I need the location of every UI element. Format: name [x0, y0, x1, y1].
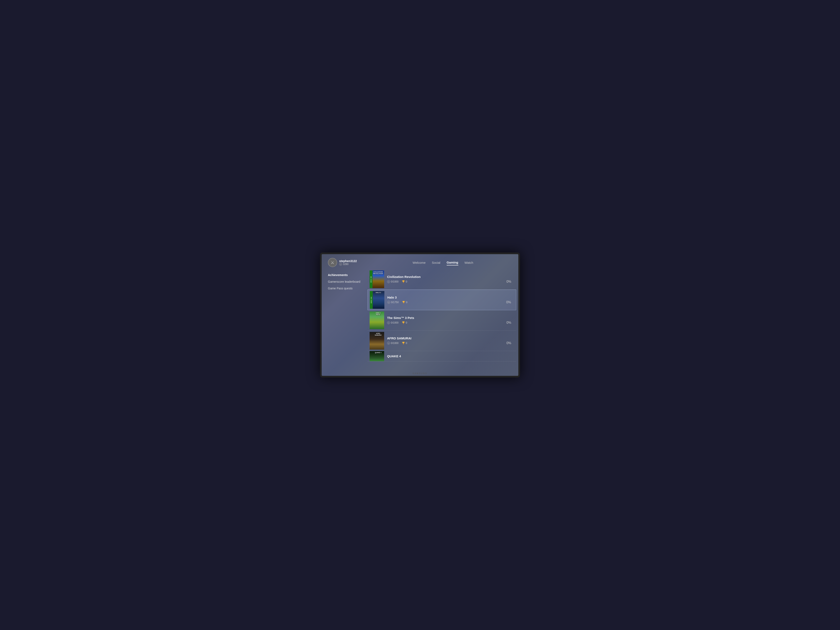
game-entry-civ[interactable]: XBOX 360 CIVILIZATIONREVOLUTION Civiliza… [368, 269, 516, 290]
game-details-civ: Civilization Revolution G 0/1000 🏆 0 [384, 273, 514, 285]
game-stats-sims3: G 0/1000 🏆 0 0% [387, 321, 511, 325]
main-layout: Achievements Gamerscore leaderboard Game… [322, 269, 518, 376]
game-percent-halo3: 0% [506, 300, 511, 304]
achievements-value-civ: 0 [406, 280, 407, 283]
cover-title-afro: AFROSAMURAI [373, 333, 384, 336]
g-icon-afro: G [387, 342, 390, 344]
game-percent-afro: 0% [507, 341, 511, 345]
username: stephen3122 [339, 259, 357, 263]
tv-frame: ⚔ stephen3122 G 3280 Welcome Social Gami… [320, 253, 520, 377]
game-percent-civ: 0% [507, 280, 511, 284]
gamerscore-row: G 3280 [339, 263, 357, 265]
stat-achievements-civ: 🏆 0 [402, 280, 407, 283]
gamerscore-value: 3280 [343, 263, 349, 265]
game-stats-halo3: G 0/1750 🏆 0 0% [387, 300, 511, 304]
score-value-afro: 0/1000 [391, 342, 398, 344]
game-title-halo3: Halo 3 [387, 295, 511, 299]
game-cover-sims3: SIMS 3PETS [369, 311, 384, 329]
sidebar-item-achievements[interactable]: Achievements [328, 273, 363, 277]
score-value-sims3: 0/1000 [391, 321, 398, 324]
tab-welcome[interactable]: Welcome [413, 260, 426, 265]
score-value-halo3: 0/1750 [391, 301, 399, 304]
game-title-afro: AFRO SAMURAI [387, 336, 511, 340]
cover-art-civ: XBOX 360 CIVILIZATIONREVOLUTION [369, 270, 384, 288]
cover-title-halo3: HALO 3 [373, 292, 384, 294]
xbox360-label: XBOX 360 [369, 270, 373, 288]
stat-score-civ: G 0/1000 [387, 280, 398, 283]
achievements-value-halo3: 0 [406, 301, 407, 304]
game-cover-quake4: QUAKE 4 [369, 351, 384, 362]
g-icon-halo3: G [387, 301, 390, 304]
screen: ⚔ stephen3122 G 3280 Welcome Social Gami… [322, 254, 518, 376]
avatar: ⚔ [328, 258, 337, 267]
xbox360-label-halo: XBOX 360 [370, 291, 373, 309]
game-cover-civ: XBOX 360 CIVILIZATIONREVOLUTION [369, 270, 384, 288]
tab-watch[interactable]: Watch [464, 260, 473, 265]
stat-achievements-halo3: 🏆 0 [402, 301, 407, 304]
score-value-civ: 0/1000 [391, 280, 398, 283]
avatar-icon: ⚔ [331, 260, 335, 265]
stat-score-sims3: G 0/1000 [387, 321, 398, 324]
sidebar-item-leaderboard[interactable]: Gamerscore leaderboard [328, 280, 363, 283]
game-stats-civ: G 0/1000 🏆 0 0% [387, 280, 511, 284]
xbox360-text-halo: XBOX 360 [371, 297, 372, 303]
game-title-quake4: QUAKE 4 [387, 354, 511, 358]
xbox360-text: XBOX 360 [370, 276, 372, 283]
game-stats-afro: G 0/1000 🏆 0 0% [387, 341, 511, 345]
g-icon: G [339, 263, 342, 265]
achievements-value-afro: 0 [406, 342, 407, 344]
stat-achievements-sims3: 🏆 0 [402, 321, 407, 324]
trophy-icon-afro: 🏆 [402, 342, 405, 344]
game-entry-afro[interactable]: AFROSAMURAI AFRO SAMURAI G 0/1000 [368, 331, 516, 351]
cover-art-sims3: SIMS 3PETS [369, 311, 384, 329]
trophy-icon-halo3: 🏆 [402, 301, 405, 304]
game-details-sims3: The Sims™ 3 Pets G 0/1000 🏆 0 [384, 314, 514, 326]
cover-title-civ: CIVILIZATIONREVOLUTION [373, 271, 384, 275]
cover-title-sims3: SIMS 3PETS [373, 312, 384, 316]
game-details-quake4: QUAKE 4 [384, 353, 514, 360]
tab-social[interactable]: Social [432, 260, 441, 265]
game-cover-halo3: XBOX 360 HALO 3 [370, 291, 384, 309]
cover-art-halo3: XBOX 360 HALO 3 [370, 291, 384, 309]
user-section: ⚔ stephen3122 G 3280 [328, 258, 369, 267]
sidebar-item-quests[interactable]: Game Pass quests [328, 287, 363, 290]
cover-art-afro: AFROSAMURAI [369, 332, 384, 350]
nav-tabs: Welcome Social Gaming Watch [374, 260, 512, 265]
header: ⚔ stephen3122 G 3280 Welcome Social Gami… [322, 254, 518, 269]
game-title-civ: Civilization Revolution [387, 275, 511, 278]
game-percent-sims3: 0% [507, 321, 511, 325]
screen-content: ⚔ stephen3122 G 3280 Welcome Social Gami… [322, 254, 518, 376]
stat-achievements-afro: 🏆 0 [402, 342, 407, 344]
game-title-sims3: The Sims™ 3 Pets [387, 316, 511, 320]
sidebar: Achievements Gamerscore leaderboard Game… [322, 269, 368, 376]
cover-title-quake4: QUAKE 4 [373, 352, 384, 354]
g-icon-civ: G [387, 280, 390, 283]
game-entry-halo3[interactable]: XBOX 360 HALO 3 Halo 3 G 0/1750 [368, 290, 516, 310]
trophy-icon-sims3: 🏆 [402, 321, 405, 324]
tab-gaming[interactable]: Gaming [447, 260, 458, 265]
game-list: XBOX 360 CIVILIZATIONREVOLUTION Civiliza… [368, 269, 518, 376]
g-icon-sims3: G [387, 321, 390, 324]
game-cover-afro: AFROSAMURAI [369, 332, 384, 350]
stat-score-afro: G 0/1000 [387, 342, 398, 344]
stat-score-halo3: G 0/1750 [387, 301, 399, 304]
game-entry-quake4[interactable]: QUAKE 4 QUAKE 4 [368, 351, 516, 362]
user-info: stephen3122 G 3280 [339, 259, 357, 265]
trophy-icon-civ: 🏆 [402, 280, 405, 283]
cover-art-quake4: QUAKE 4 [369, 351, 384, 362]
game-details-halo3: Halo 3 G 0/1750 🏆 0 0% [384, 294, 514, 306]
achievements-value-sims3: 0 [406, 321, 407, 324]
game-details-afro: AFRO SAMURAI G 0/1000 🏆 0 0% [384, 335, 514, 347]
samsung-brand: SAMSUNG [412, 372, 428, 374]
game-entry-sims3[interactable]: SIMS 3PETS The Sims™ 3 Pets G 0/1000 [368, 310, 516, 331]
